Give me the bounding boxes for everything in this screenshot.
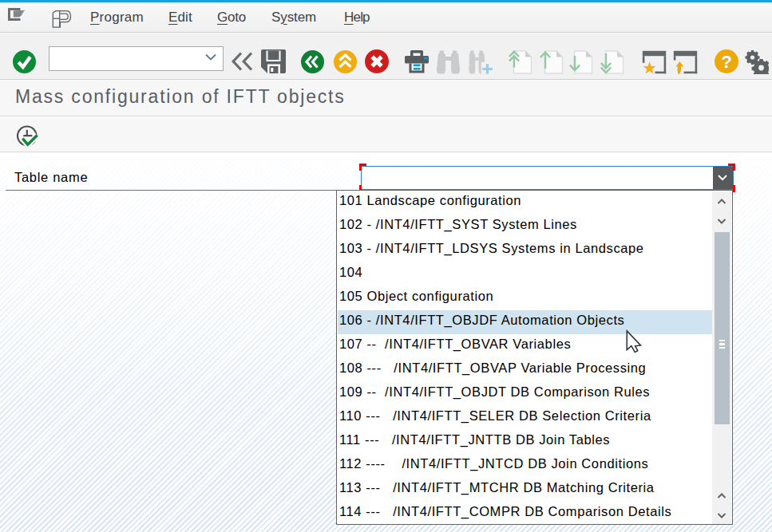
svg-text:?: ? [721,52,732,72]
